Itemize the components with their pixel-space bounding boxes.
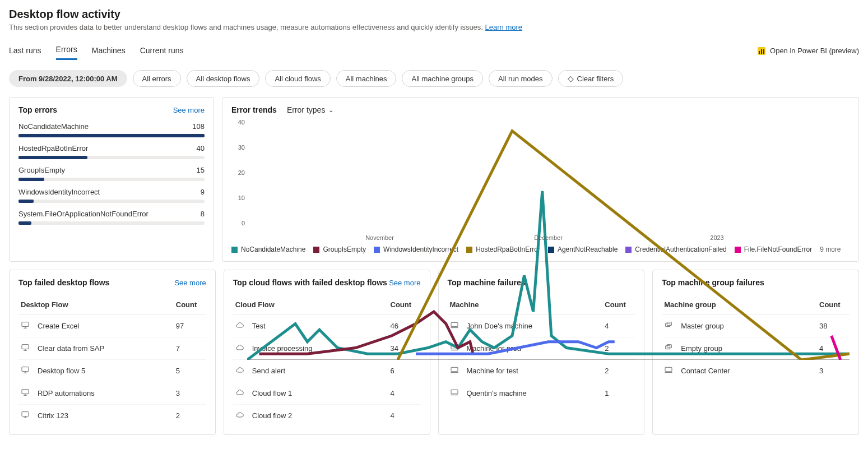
tab-current-runs[interactable]: Current runs (140, 43, 184, 59)
top-error-row[interactable]: HostedRpaBotInError 40 (18, 144, 205, 159)
row-count: 5 (176, 367, 204, 375)
row-name: Desktop flow 5 (38, 367, 176, 375)
y-tick: 10 (238, 195, 245, 201)
failed-desktop-see-more[interactable]: See more (174, 279, 206, 287)
row-name: Cloud flow 2 (252, 411, 391, 420)
subtitle-text: This section provides data to better und… (9, 23, 483, 31)
table-row[interactable]: Citrix 123 2 (18, 405, 206, 427)
row-name: Create Excel (38, 322, 176, 330)
row-name: Send alert (252, 367, 391, 375)
table-row[interactable]: Cloud flow 1 4 (233, 382, 421, 405)
bar-fill (18, 221, 31, 225)
error-count: 8 (201, 210, 205, 218)
filter-chip-all-cloud-flows[interactable]: All cloud flows (265, 70, 330, 87)
date-filter-chip[interactable]: From 9/28/2022, 12:00:00 AM (9, 70, 127, 87)
filter-chip-all-run-modes[interactable]: All run modes (489, 70, 552, 87)
error-types-dropdown[interactable]: Error types ⌄ (287, 105, 333, 114)
table-row[interactable]: Desktop flow 5 5 (18, 360, 206, 382)
eraser-icon: ◇ (568, 74, 574, 83)
error-name: NoCandidateMachine (18, 122, 89, 131)
bar-track (18, 134, 205, 137)
tab-last-runs[interactable]: Last runs (9, 43, 41, 59)
filter-bar: From 9/28/2022, 12:00:00 AM All errorsAl… (9, 70, 859, 87)
table-row[interactable]: Create Excel 97 (18, 315, 206, 337)
error-name: HostedRpaBotInError (18, 144, 88, 152)
bar-track (18, 156, 205, 159)
svg-rect-1 (22, 322, 29, 327)
table-row[interactable]: Send alert 6 (233, 360, 421, 382)
x-tick: December (534, 234, 563, 241)
cloud-flow-icon (235, 410, 252, 421)
svg-rect-5 (22, 412, 29, 416)
row-name: Quentin's machine (467, 389, 605, 397)
svg-rect-2 (22, 345, 29, 349)
open-in-power-bi-link[interactable]: Open in Power BI (preview) (758, 47, 859, 55)
row-count: 6 (391, 367, 419, 375)
bar-track (18, 221, 205, 225)
row-count: 2 (605, 367, 633, 375)
learn-more-link[interactable]: Learn more (485, 23, 522, 31)
y-tick: 30 (238, 144, 245, 151)
failed-desktop-title: Top failed desktop flows (18, 278, 109, 287)
bar-fill (18, 178, 44, 181)
top-errors-card: Top errors See more NoCandidateMachine 1… (9, 97, 214, 262)
filter-chip-all-machines[interactable]: All machines (336, 70, 397, 87)
desktop-flow-icon (21, 343, 38, 354)
row-name: Contact Center (681, 367, 819, 375)
top-error-row[interactable]: WindowsIdentityIncorrect 9 (18, 188, 205, 203)
filter-chip-all-machine-groups[interactable]: All machine groups (402, 70, 483, 87)
desktop-flow-icon (21, 321, 38, 331)
svg-rect-9 (451, 390, 458, 393)
row-count: 3 (176, 389, 204, 397)
top-failed-desktop-flows-card: Top failed desktop flows See more Deskto… (9, 270, 216, 435)
error-trends-chart: 403020100 NovemberDecember2023 (231, 119, 850, 242)
top-error-row[interactable]: System.FileOrApplicationNotFoundError 8 (18, 210, 205, 225)
filter-chip-all-errors[interactable]: All errors (133, 70, 181, 87)
tab-errors[interactable]: Errors (56, 41, 77, 60)
table-row[interactable]: Clear data from SAP 7 (18, 337, 206, 360)
dropdown-label: Error types (287, 105, 325, 114)
top-error-row[interactable]: GroupIsEmpty 15 (18, 166, 205, 181)
top-errors-title: Top errors (18, 105, 57, 114)
table-row[interactable]: Cloud flow 2 4 (233, 405, 421, 427)
error-count: 40 (197, 144, 205, 152)
column-header-count: Count (176, 300, 204, 309)
row-name: Clear data from SAP (38, 344, 176, 353)
svg-rect-3 (22, 367, 29, 372)
y-tick: 20 (238, 169, 245, 176)
table-row[interactable]: Machine for test 2 (448, 360, 635, 382)
desktop-flow-icon (21, 410, 38, 421)
filter-chip-all-desktop-flows[interactable]: All desktop flows (187, 70, 260, 87)
error-trends-title: Error trends (231, 105, 277, 114)
error-count: 9 (201, 188, 205, 196)
y-tick: 40 (238, 119, 245, 126)
error-name: System.FileOrApplicationNotFoundError (18, 210, 148, 218)
tab-machines[interactable]: Machines (92, 43, 126, 59)
series-line (398, 131, 850, 360)
page-subtitle: This section provides data to better und… (9, 23, 859, 31)
row-name: Cloud flow 1 (252, 389, 391, 397)
row-name: Machine for test (467, 367, 605, 375)
cloud-flow-icon (235, 388, 252, 399)
bar-fill (18, 134, 205, 137)
cloud-flow-icon (235, 365, 252, 376)
top-error-row[interactable]: NoCandidateMachine 108 (18, 122, 205, 137)
table-row[interactable]: RDP automations 3 (18, 382, 206, 405)
bar-fill (18, 200, 34, 203)
column-header-name: Desktop Flow (21, 300, 176, 309)
error-name: WindowsIdentityIncorrect (18, 188, 100, 196)
row-count: 4 (391, 411, 419, 420)
row-count: 7 (176, 344, 204, 353)
machine-icon (450, 388, 467, 399)
row-count: 4 (391, 389, 419, 397)
series-line (247, 191, 850, 360)
machine-icon (450, 365, 467, 376)
table-row[interactable]: Quentin's machine 1 (448, 382, 635, 404)
table-row[interactable]: Contact Center 3 (662, 360, 850, 382)
page-title: Desktop flow activity (9, 8, 859, 21)
tab-bar: Last runsErrorsMachinesCurrent runs (9, 41, 183, 60)
svg-rect-8 (451, 367, 458, 371)
clear-filters-button[interactable]: ◇ Clear filters (558, 70, 624, 87)
top-errors-see-more[interactable]: See more (173, 106, 205, 114)
row-count: 3 (819, 367, 847, 375)
